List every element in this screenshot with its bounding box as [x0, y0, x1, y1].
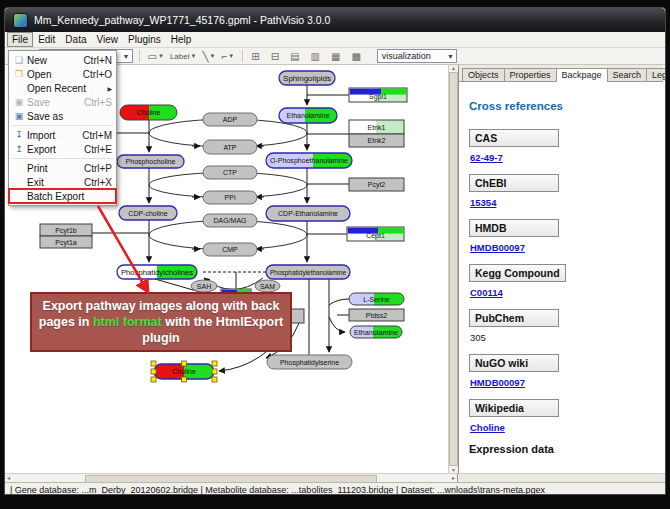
screen: Mm_Kennedy_pathway_WP1771_45176.gpml - P… [0, 0, 670, 509]
node-ethanolamine-bottom[interactable]: Ethanolamine [350, 326, 402, 338]
node-pcyt1b[interactable]: Pcyt1b [40, 224, 92, 236]
node-sam[interactable]: SAM [255, 280, 280, 292]
node-cdp-choline[interactable]: CDP-choline [119, 206, 177, 220]
node-sphingolipids[interactable]: Sphingolipids [279, 71, 335, 85]
xref-link[interactable]: 15354 [470, 197, 653, 208]
line-tool-button[interactable]: ╲▼ [200, 51, 217, 62]
node-phosphatidylserine[interactable]: Phosphatidylserine [267, 355, 352, 369]
file-menu-item-new[interactable]: ❏NewCtrl+N [9, 53, 116, 67]
svg-text:Phosphatidylethanolamine: Phosphatidylethanolamine [270, 269, 346, 277]
xref-section-kegg-compound: Kegg CompoundC00114 [469, 263, 653, 298]
tab-properties[interactable]: Properties [504, 68, 557, 81]
svg-text:Sgpl1: Sgpl1 [369, 93, 387, 101]
xref-link[interactable]: C00114 [470, 287, 653, 298]
node-sgpl1[interactable]: Sgpl1 [349, 88, 407, 102]
node-sah[interactable]: SAH [191, 280, 217, 292]
node-cmp[interactable]: CMP [203, 243, 257, 256]
node-pcyt2[interactable]: Pcyt2 [349, 178, 404, 191]
horizontal-scrollbar[interactable]: ◄ ► [5, 473, 457, 482]
node-choline-top[interactable]: Choline [120, 105, 177, 120]
node-phosphocholine[interactable]: Phosphocholine [117, 155, 184, 168]
selection-handle[interactable] [151, 369, 156, 374]
menu-item-label: Save [27, 97, 84, 108]
distribute-horizontal-icon[interactable]: ▤ [288, 51, 301, 62]
vertical-scroll-thumb[interactable] [449, 72, 458, 466]
tab-backpage[interactable]: Backpage [556, 68, 608, 82]
selection-handle[interactable] [151, 377, 156, 382]
node-etnk1[interactable]: Etnk1 [349, 120, 404, 134]
xref-link[interactable]: HMDB00097 [470, 377, 653, 388]
chevron-down-icon: ▼ [123, 53, 130, 60]
scroll-up-icon[interactable]: ▲ [451, 65, 456, 71]
node-etnk2[interactable]: Etnk2 [349, 134, 404, 147]
menu-item-shortcut: Ctrl+X [84, 177, 112, 188]
selection-handle[interactable] [182, 361, 187, 366]
menu-edit[interactable]: Edit [33, 33, 60, 46]
xref-section-wikipedia: WikipediaCholine [469, 398, 653, 433]
menu-plugins[interactable]: Plugins [123, 33, 166, 46]
vertical-scrollbar[interactable]: ▲ ▼ [448, 65, 458, 473]
tool-buttons: ▭▼Label▼╲▼⌐▼ [146, 51, 237, 62]
menu-view[interactable]: View [91, 33, 123, 46]
node-dagmag[interactable]: DAG/MAG [203, 214, 257, 227]
node-phosphatidylethanolamine[interactable]: Phosphatidylethanolamine [266, 265, 350, 279]
tab-legend[interactable]: Legend [646, 68, 666, 81]
horizontal-scroll-thumb[interactable] [85, 475, 377, 483]
selection-handle[interactable] [212, 361, 217, 366]
svg-text:Cept1: Cept1 [366, 232, 385, 240]
stack-vertical-icon[interactable]: ▩ [349, 51, 362, 62]
stack-horizontal-icon[interactable]: ▦ [329, 51, 342, 62]
svg-text:Sphingolipids: Sphingolipids [283, 75, 332, 83]
node-cdp-ethanolamine[interactable]: CDP-Ethanolamine [266, 206, 350, 221]
file-menu-item-exit[interactable]: ExitCtrl+X [9, 175, 116, 189]
title-bar[interactable]: Mm_Kennedy_pathway_WP1771_45176.gpml - P… [5, 8, 665, 32]
xref-link[interactable]: Choline [470, 422, 653, 433]
annotation-text: with the HtmlExport plugin [142, 315, 283, 345]
node-ctp[interactable]: CTP [203, 166, 257, 179]
tab-search[interactable]: Search [607, 68, 648, 81]
node-pcyt1a[interactable]: Pcyt1a [40, 236, 92, 248]
selection-handle[interactable] [151, 361, 156, 366]
node-phosphatidylcholines[interactable]: Phosphatidylcholines [117, 265, 197, 279]
file-menu-item-export[interactable]: ↥ExportCtrl+E [9, 142, 116, 156]
file-menu-item-print[interactable]: PrintCtrl+P [9, 161, 116, 175]
selection-handle[interactable] [212, 377, 217, 382]
svg-text:Etnk2: Etnk2 [368, 137, 386, 144]
file-menu-item-import[interactable]: ↧ImportCtrl+M [9, 128, 116, 142]
selection-handle[interactable] [212, 369, 217, 374]
node-l-serine[interactable]: L-Serine [349, 293, 404, 305]
menu-file[interactable]: File [7, 32, 33, 47]
file-menu-item-save[interactable]: ▣SaveCtrl+S [9, 95, 116, 109]
file-menu-item-open[interactable]: ❐OpenCtrl+O [9, 67, 116, 81]
node-ptdss2[interactable]: Ptdss2 [349, 309, 404, 321]
menu-help[interactable]: Help [166, 33, 197, 46]
node-o-phosphoethanolamine[interactable]: O-Phosphoethanolamine [266, 153, 352, 168]
app-icon [13, 13, 28, 28]
scroll-left-icon[interactable]: ◄ [6, 474, 11, 482]
svg-text:Phosphatidylserine: Phosphatidylserine [280, 359, 339, 367]
distribute-vertical-icon[interactable]: ▥ [308, 51, 321, 62]
align-center-icon[interactable]: ⊞ [249, 51, 261, 62]
svg-text:SAH: SAH [197, 283, 211, 290]
connector-tool-button[interactable]: ⌐▼ [219, 51, 236, 62]
selection-handle[interactable] [182, 377, 187, 382]
gene-tool-button[interactable]: ▭▼ [146, 51, 166, 62]
menu-data[interactable]: Data [60, 33, 91, 46]
node-adp[interactable]: ADP [203, 113, 257, 126]
align-middle-icon[interactable]: ⊟ [269, 51, 281, 62]
label-tool-button[interactable]: Label▼ [168, 51, 199, 62]
node-ethanolamine-top[interactable]: Ethanolamine [279, 108, 337, 123]
scroll-right-icon[interactable]: ► [451, 474, 456, 482]
node-choline-bottom[interactable]: Choline [151, 361, 217, 382]
node-cept1[interactable]: Cept1 [347, 227, 404, 241]
visualization-value: visualization [382, 51, 431, 61]
node-ppi[interactable]: PPi [203, 191, 257, 204]
node-atp[interactable]: ATP [203, 140, 257, 154]
file-menu-item-open-recent[interactable]: Open Recent▶ [9, 81, 116, 95]
file-menu-item-batch-export[interactable]: Batch Export [9, 189, 116, 203]
xref-link[interactable]: 62-49-7 [470, 152, 653, 163]
tab-objects[interactable]: Objects [462, 68, 505, 81]
xref-link[interactable]: HMDB00097 [470, 242, 653, 253]
file-menu-item-save-as[interactable]: ▣Save as [9, 109, 116, 123]
visualization-combobox[interactable]: visualization ▼ [377, 49, 457, 63]
